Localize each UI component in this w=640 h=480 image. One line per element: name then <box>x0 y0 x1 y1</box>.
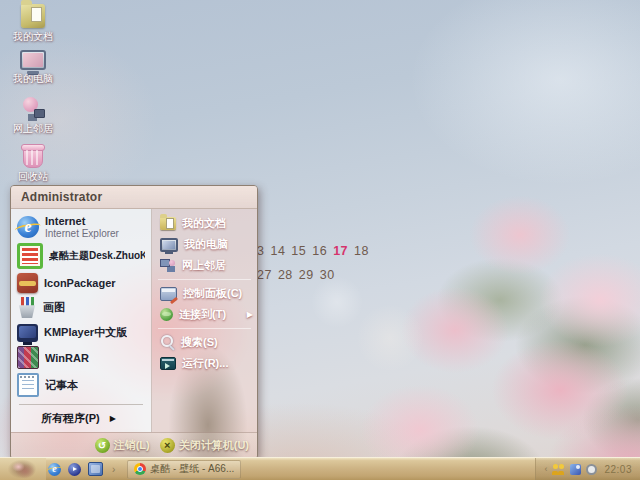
start-menu-item-iconpackager[interactable]: IconPackager <box>11 271 151 295</box>
start-menu-item-kmplayer[interactable]: KMPlayer中文版 <box>11 320 151 344</box>
menu-item-label: 连接到(T) <box>179 307 226 322</box>
my-documents-icon <box>160 217 176 230</box>
calendar-day: 18 <box>354 244 369 258</box>
menu-item-label: 运行(R)... <box>182 356 228 371</box>
calendar-day: 16 <box>312 244 327 258</box>
notepad-icon <box>17 373 39 397</box>
messenger-icon[interactable] <box>570 464 581 475</box>
kmplayer-icon <box>17 324 38 342</box>
start-menu-item-notepad[interactable]: 记事本 <box>11 371 151 399</box>
log-off-button[interactable]: 注销(L) <box>95 438 150 453</box>
menu-item-label: Internet <box>45 215 119 228</box>
menu-item-label: 我的电脑 <box>184 237 228 252</box>
desktop: 我的文档 我的电脑 网上邻居 回收站 3 14 15 16 17 18 27 2… <box>0 0 640 480</box>
desktop-icon-label: 网上邻居 <box>13 122 53 136</box>
my-network-places-icon <box>160 259 176 273</box>
control-panel-icon <box>160 287 177 301</box>
my-computer-icon <box>160 238 178 252</box>
calendar-day: 30 <box>320 268 335 282</box>
connect-to-icon <box>160 308 173 321</box>
desktop-icon-my-network-places[interactable]: 网上邻居 <box>2 96 64 136</box>
start-menu-right-column: 我的文档 我的电脑 网上邻居 控制面板(C) 连接到(T) <box>152 209 257 432</box>
separator <box>158 279 251 280</box>
menu-item-label: 画图 <box>43 300 65 315</box>
start-menu-item-internet[interactable]: Internet Internet Explorer <box>11 212 151 241</box>
start-menu-item-my-documents[interactable]: 我的文档 <box>152 213 257 234</box>
desktop-icon-my-documents[interactable]: 我的文档 <box>2 4 64 44</box>
calendar-day: 3 <box>257 244 264 258</box>
start-menu-item-run[interactable]: 运行(R)... <box>152 353 257 374</box>
user-name: Administrator <box>21 190 102 204</box>
menu-item-label: KMPlayer中文版 <box>44 325 127 340</box>
my-network-places-icon <box>21 96 45 120</box>
separator <box>158 328 251 329</box>
desktop-icon-label: 回收站 <box>18 170 48 184</box>
desktop-icon-label: 我的电脑 <box>13 72 53 86</box>
show-desktop-icon[interactable] <box>88 462 103 476</box>
media-player-icon[interactable] <box>68 463 81 476</box>
my-computer-icon <box>20 50 46 70</box>
desktop-icon-my-computer[interactable]: 我的电脑 <box>2 50 64 86</box>
quick-launch-bar: › <box>46 462 119 476</box>
taskbar: › 桌酷 - 壁纸 - A66... ‹ 22:03 <box>0 457 640 480</box>
shut-down-button[interactable]: 关闭计算机(U) <box>160 438 249 453</box>
start-menu-item-control-panel[interactable]: 控制面板(C) <box>152 283 257 304</box>
paint-icon <box>17 297 37 318</box>
calendar-day: 14 <box>270 244 285 258</box>
shut-down-label: 关闭计算机(U) <box>179 438 249 453</box>
task-button-label: 桌酷 - 壁纸 - A66... <box>150 462 234 476</box>
calendar-day: 27 <box>257 268 272 282</box>
zhuoku-theme-icon <box>17 243 43 269</box>
my-documents-icon <box>21 4 45 28</box>
taskbar-clock[interactable]: 22:03 <box>602 464 634 475</box>
start-menu-item-search[interactable]: 搜索(S) <box>152 332 257 353</box>
shut-down-icon <box>160 438 175 453</box>
start-menu-footer: 注销(L) 关闭计算机(U) <box>11 432 257 457</box>
quick-launch-expand-icon[interactable]: › <box>112 464 115 475</box>
submenu-arrow-icon: ▶ <box>110 414 116 423</box>
log-off-icon <box>95 438 110 453</box>
tray-collapse-icon[interactable]: ‹ <box>544 464 547 474</box>
start-menu: Administrator Internet Internet Explorer… <box>10 185 258 458</box>
all-programs-label: 所有程序(P) <box>41 411 100 426</box>
menu-item-label: 桌酷主题Desk.ZhuoKu.Com <box>49 249 145 263</box>
menu-item-label: 记事本 <box>45 378 78 393</box>
start-menu-item-winrar[interactable]: WinRAR <box>11 344 151 371</box>
iconpackager-icon <box>17 273 38 293</box>
chrome-icon <box>134 463 146 475</box>
start-menu-body: Internet Internet Explorer 桌酷主题Desk.Zhuo… <box>11 209 257 432</box>
recycle-bin-icon <box>23 146 43 168</box>
log-off-label: 注销(L) <box>114 438 150 453</box>
calendar-week-row: 3 14 15 16 17 18 <box>257 244 369 258</box>
start-menu-left-column: Internet Internet Explorer 桌酷主题Desk.Zhuo… <box>11 209 152 432</box>
menu-item-sublabel: Internet Explorer <box>45 228 119 240</box>
start-menu-item-zhuoku-theme[interactable]: 桌酷主题Desk.ZhuoKu.Com <box>11 241 151 271</box>
system-tray: ‹ 22:03 <box>535 458 640 480</box>
start-menu-item-my-computer[interactable]: 我的电脑 <box>152 234 257 255</box>
desktop-icon-label: 我的文档 <box>13 30 53 44</box>
start-menu-header: Administrator <box>11 186 257 209</box>
menu-item-label: WinRAR <box>45 352 89 364</box>
calendar-day: 28 <box>278 268 293 282</box>
task-button-browser[interactable]: 桌酷 - 壁纸 - A66... <box>127 460 241 479</box>
internet-explorer-icon[interactable] <box>48 463 61 476</box>
online-users-icon[interactable] <box>552 464 565 475</box>
winrar-icon <box>17 346 39 369</box>
start-menu-item-paint[interactable]: 画图 <box>11 295 151 320</box>
start-menu-item-connect-to[interactable]: 连接到(T) ▶ <box>152 304 257 325</box>
calendar-day: 15 <box>291 244 306 258</box>
submenu-arrow-icon: ▶ <box>247 310 253 319</box>
start-menu-item-my-network-places[interactable]: 网上邻居 <box>152 255 257 276</box>
menu-item-label: 控制面板(C) <box>183 286 242 301</box>
separator <box>19 404 143 405</box>
menu-item-label: IconPackager <box>44 277 116 289</box>
menu-item-label: 网上邻居 <box>182 258 226 273</box>
start-button[interactable] <box>0 458 46 480</box>
calendar-week-row: 27 28 29 30 <box>257 268 369 282</box>
calendar-day-highlighted: 17 <box>333 244 348 258</box>
spacer <box>11 399 151 401</box>
scheduler-icon[interactable] <box>586 464 597 475</box>
desktop-icon-recycle-bin[interactable]: 回收站 <box>2 143 64 184</box>
all-programs-button[interactable]: 所有程序(P) ▶ <box>11 408 151 429</box>
menu-item-label: 我的文档 <box>182 216 226 231</box>
